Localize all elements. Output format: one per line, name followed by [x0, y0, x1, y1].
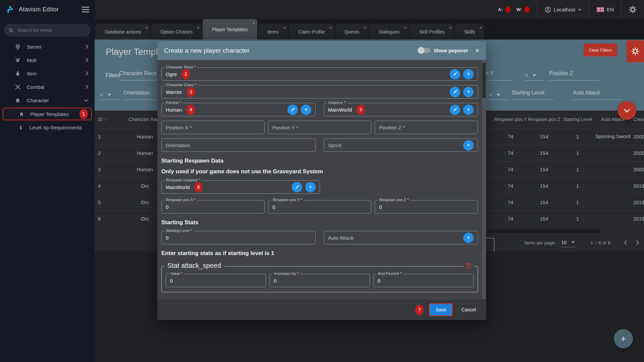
- previous-page-button[interactable]: [624, 240, 627, 245]
- position-y-field[interactable]: Position Y *: [268, 121, 371, 134]
- sprint-field[interactable]: Sprint +: [324, 138, 478, 152]
- search-input[interactable]: [17, 27, 86, 33]
- add-button[interactable]: +: [463, 69, 474, 79]
- settings-gear-icon[interactable]: [621, 0, 644, 19]
- sidebar-item-level-xp-requirements[interactable]: Level Xp Requirements: [3, 121, 92, 134]
- add-button[interactable]: +: [463, 105, 474, 115]
- position-x-field[interactable]: Position X *: [161, 121, 265, 134]
- close-icon[interactable]: ×: [475, 47, 479, 54]
- edit-pencil-button[interactable]: [450, 87, 460, 97]
- add-button[interactable]: +: [463, 233, 474, 243]
- section-note-graveyard: Only used if your game does not use the …: [161, 168, 478, 175]
- tab-player-templates[interactable]: Player Templates×: [203, 19, 257, 40]
- dialog-title: Create a new player character: [164, 47, 250, 54]
- table-settings-gear-icon[interactable]: [627, 40, 644, 62]
- chevron-down-icon: [578, 8, 582, 11]
- close-icon[interactable]: ×: [364, 25, 366, 30]
- respawn-pos-x-field[interactable]: Respawn pos X * 0: [161, 200, 265, 214]
- instance-field[interactable]: Instance * MainWorld 5 +: [324, 103, 478, 116]
- character-class-field[interactable]: Character Class * Warrior 3 +: [161, 85, 478, 99]
- horizontal-scrollbar[interactable]: [488, 230, 600, 233]
- filter-operator-select[interactable]: =: [489, 90, 507, 100]
- dialog-scrollbar[interactable]: [482, 60, 486, 299]
- faction-field[interactable]: Faction * Human 4 +: [161, 103, 316, 116]
- position-z-field[interactable]: Position Z *: [375, 121, 478, 134]
- edit-pencil-button[interactable]: [287, 105, 298, 115]
- edit-pencil-button[interactable]: [292, 182, 302, 192]
- close-icon[interactable]: ×: [197, 25, 200, 30]
- edit-pencil-button[interactable]: [450, 105, 460, 115]
- toggle-knob: [418, 47, 425, 54]
- filter-auto-attack[interactable]: Auto Attack: [573, 90, 623, 100]
- add-button[interactable]: +: [463, 140, 474, 150]
- starting-level-field[interactable]: Starting Level * 0: [161, 231, 316, 244]
- close-icon[interactable]: ×: [404, 25, 407, 30]
- collapse-filters-button[interactable]: [618, 101, 636, 120]
- respawn-pos-z-field[interactable]: Respawn pos Z * 0: [375, 200, 478, 214]
- auto-attack-field[interactable]: Auto Attack +: [324, 231, 478, 244]
- close-icon[interactable]: ×: [283, 25, 286, 30]
- search-icon: [9, 27, 14, 33]
- chevron-right-icon: [86, 71, 89, 76]
- cancel-button[interactable]: Cancel: [458, 304, 479, 315]
- column-header-starting-level[interactable]: Starting Level: [561, 111, 594, 128]
- paginator: Items per page: 10 1 – 6 of 6: [524, 236, 639, 250]
- save-button[interactable]: Save: [429, 303, 452, 316]
- filter-operator-select[interactable]: =: [100, 90, 119, 100]
- add-button[interactable]: +: [463, 87, 474, 97]
- next-page-button[interactable]: [636, 240, 639, 245]
- close-icon[interactable]: ×: [146, 25, 148, 30]
- column-header-respawn-pos-y[interactable]: Respawn pos Y: [494, 111, 527, 128]
- sidebar-item-character[interactable]: Character: [0, 94, 95, 107]
- tab-quests[interactable]: Quests×: [335, 24, 369, 40]
- server-status: A: W:: [491, 0, 537, 19]
- orientation-field[interactable]: Orientation: [161, 138, 316, 152]
- tab-claim-profile[interactable]: Claim Profile×: [289, 24, 334, 40]
- sidebar-item-label: Server: [27, 44, 42, 50]
- tab-skill-profiles[interactable]: Skill Profiles×: [410, 24, 454, 40]
- show-popover-toggle[interactable]: [418, 48, 430, 53]
- close-icon[interactable]: ×: [252, 20, 255, 25]
- respawn-instance-field[interactable]: Respawn Instance * MainWorld 6 +: [161, 180, 320, 194]
- sidebar-item-mob[interactable]: Mob: [0, 53, 95, 67]
- delete-stat-trash-icon[interactable]: [464, 262, 474, 269]
- language-selector[interactable]: EN: [589, 0, 621, 19]
- character-race-field[interactable]: Character Race * Ogre 2 +: [161, 67, 478, 81]
- page-range-label: 1 – 6 of 6: [591, 240, 610, 245]
- stat-and-percent-field[interactable]: And Percent * 0: [373, 274, 474, 287]
- column-header-id[interactable]: ID↑: [95, 111, 125, 128]
- respawn-pos-y-field[interactable]: Respawn pos Y * 0: [268, 200, 371, 214]
- host-selector[interactable]: Localhost: [537, 0, 589, 19]
- uk-flag-icon: [597, 7, 604, 12]
- tab-database-actions[interactable]: Database actions×: [95, 24, 150, 40]
- filter-starting-level[interactable]: Starting Level: [512, 90, 553, 100]
- tab-dialogues[interactable]: Dialogues×: [369, 24, 409, 40]
- close-icon[interactable]: ×: [480, 25, 482, 30]
- sidebar-item-player-templates[interactable]: Player Templates 1: [3, 108, 92, 120]
- stat-increases-by-field[interactable]: Increases by * 0: [269, 274, 370, 287]
- add-button[interactable]: +: [305, 182, 316, 192]
- sidebar-item-item[interactable]: Item: [0, 67, 95, 80]
- sidebar-item-combat[interactable]: Combat: [0, 80, 95, 94]
- clear-filters-button[interactable]: Clear Filters: [584, 44, 617, 56]
- stat-value-field[interactable]: Value * 0: [166, 274, 266, 287]
- dialog-body: Character Race * Ogre 2 + Character Clas…: [157, 60, 486, 299]
- tab-option-choices[interactable]: Option Choices×: [151, 24, 202, 40]
- add-button[interactable]: +: [301, 105, 311, 115]
- close-icon[interactable]: ×: [449, 25, 452, 30]
- column-header-respawn-pos-z[interactable]: Respawn pos Z: [527, 111, 561, 128]
- add-new-button[interactable]: +: [614, 329, 633, 348]
- items-per-page-select[interactable]: 10: [560, 238, 575, 247]
- sidebar-item-server[interactable]: Server: [0, 40, 95, 53]
- filter-operator-select[interactable]: =: [525, 70, 544, 80]
- dialog-footer: 7 Save Cancel: [157, 299, 486, 320]
- filter-position-z[interactable]: Position Z: [549, 70, 599, 80]
- close-icon[interactable]: ×: [329, 25, 332, 30]
- tab-items[interactable]: Items×: [258, 24, 288, 40]
- menu-toggle-icon[interactable]: [82, 7, 89, 12]
- scrollbar-thumb[interactable]: [482, 63, 486, 98]
- sidebar: Atavism Editor Server Mob: [0, 0, 95, 362]
- sidebar-search[interactable]: [4, 24, 91, 37]
- edit-pencil-button[interactable]: [450, 69, 460, 79]
- tab-skills[interactable]: Skills×: [455, 24, 485, 40]
